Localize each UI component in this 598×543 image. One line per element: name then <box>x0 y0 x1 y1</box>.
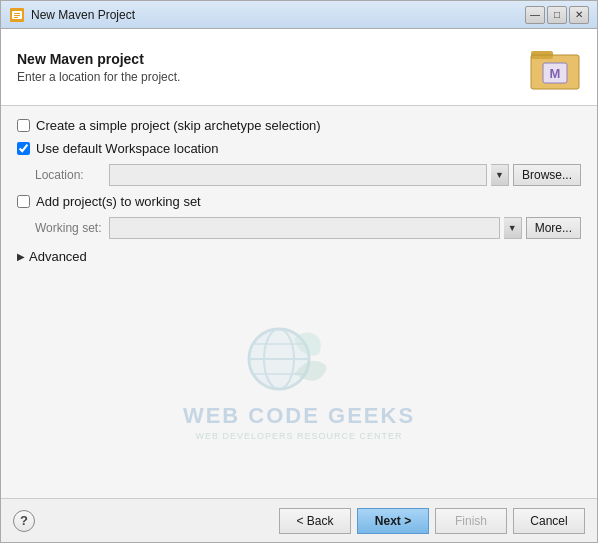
window-title: New Maven Project <box>31 8 525 22</box>
header-section: New Maven project Enter a location for t… <box>1 29 597 106</box>
back-button[interactable]: < Back <box>279 508 351 534</box>
svg-rect-3 <box>14 15 20 16</box>
add-working-set-label[interactable]: Add project(s) to working set <box>36 194 201 209</box>
simple-project-row: Create a simple project (skip archetype … <box>17 118 581 133</box>
window-controls: — □ ✕ <box>525 6 589 24</box>
working-set-input-group: ▼ More... <box>109 217 581 239</box>
minimize-button[interactable]: — <box>525 6 545 24</box>
watermark-logo <box>239 319 359 399</box>
window-icon <box>9 7 25 23</box>
add-working-set-checkbox[interactable] <box>17 195 30 208</box>
location-input-group: ▼ Browse... <box>109 164 581 186</box>
advanced-expand-icon: ▶ <box>17 251 25 262</box>
page-subtitle: Enter a location for the project. <box>17 70 180 84</box>
maven-icon: M <box>529 41 581 93</box>
watermark-text-main: WEB CODE GEEKS <box>183 403 415 429</box>
form-section: Create a simple project (skip archetype … <box>1 106 597 498</box>
bottom-bar: ? < Back Next > Finish Cancel <box>1 498 597 542</box>
use-default-workspace-row: Use default Workspace location <box>17 141 581 156</box>
title-bar: New Maven Project — □ ✕ <box>1 1 597 29</box>
simple-project-checkbox[interactable] <box>17 119 30 132</box>
cancel-button[interactable]: Cancel <box>513 508 585 534</box>
advanced-row[interactable]: ▶ Advanced <box>17 247 581 266</box>
main-window: New Maven Project — □ ✕ New Maven projec… <box>0 0 598 543</box>
simple-project-label[interactable]: Create a simple project (skip archetype … <box>36 118 321 133</box>
svg-text:M: M <box>550 66 561 81</box>
use-default-workspace-checkbox[interactable] <box>17 142 30 155</box>
working-set-label: Working set: <box>35 221 103 235</box>
svg-rect-2 <box>14 13 20 14</box>
next-button[interactable]: Next > <box>357 508 429 534</box>
svg-rect-4 <box>14 17 18 18</box>
location-row: Location: ▼ Browse... <box>17 164 581 186</box>
help-button[interactable]: ? <box>13 510 35 532</box>
working-set-dropdown-arrow[interactable]: ▼ <box>504 217 522 239</box>
working-set-input <box>109 217 500 239</box>
maximize-button[interactable]: □ <box>547 6 567 24</box>
location-label: Location: <box>35 168 103 182</box>
close-button[interactable]: ✕ <box>569 6 589 24</box>
use-default-workspace-label[interactable]: Use default Workspace location <box>36 141 219 156</box>
page-title: New Maven project <box>17 51 180 67</box>
browse-button[interactable]: Browse... <box>513 164 581 186</box>
finish-button[interactable]: Finish <box>435 508 507 534</box>
location-dropdown-arrow[interactable]: ▼ <box>491 164 509 186</box>
more-button[interactable]: More... <box>526 217 581 239</box>
watermark-text-sub: WEB DEVELOPERS RESOURCE CENTER <box>195 431 402 441</box>
header-text: New Maven project Enter a location for t… <box>17 51 180 84</box>
advanced-label: Advanced <box>29 249 87 264</box>
watermark-area: WEB CODE GEEKS WEB DEVELOPERS RESOURCE C… <box>17 274 581 486</box>
navigation-buttons: < Back Next > Finish Cancel <box>279 508 585 534</box>
location-input <box>109 164 487 186</box>
content-area: New Maven project Enter a location for t… <box>1 29 597 542</box>
add-working-set-row: Add project(s) to working set <box>17 194 581 209</box>
watermark-container: WEB CODE GEEKS WEB DEVELOPERS RESOURCE C… <box>183 319 415 441</box>
working-set-row: Working set: ▼ More... <box>17 217 581 239</box>
